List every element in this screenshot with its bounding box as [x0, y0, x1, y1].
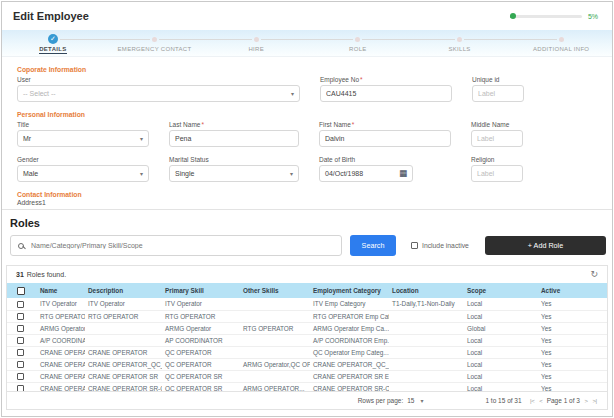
religion-input[interactable] — [471, 165, 523, 182]
gender-select[interactable]: Male ▾ — [17, 165, 149, 182]
progress-track — [510, 15, 582, 18]
cell-active: Yes — [538, 310, 607, 322]
table-row[interactable]: ARMG OperatorARMG OperatorRTG OPERATORAR… — [7, 322, 607, 334]
first-name-input[interactable] — [319, 130, 451, 147]
rows-per-page-select[interactable]: Rows per page: 15 ▾ — [358, 397, 424, 404]
cell-description: CRANE OPERATOR SR — [85, 370, 162, 382]
step-connector — [159, 39, 205, 40]
pager-first-button[interactable]: |< — [530, 398, 534, 404]
date-of-birth-value: 04/Oct/1988 — [325, 170, 363, 177]
cell-name: CRANE OPERATOR... — [37, 370, 85, 382]
refresh-icon[interactable]: ↻ — [590, 270, 598, 279]
cell-employment-category: QC Operator Emp Categ... — [310, 346, 389, 358]
cell-other-skills — [240, 334, 310, 346]
cell-location — [389, 310, 464, 322]
table-row[interactable]: CRANE OPERATORCRANE OPERATORQC OPERATORQ… — [7, 346, 607, 358]
table-row[interactable]: CRANE OPERATOR...CRANE OPERATOR SRQC OPE… — [7, 370, 607, 382]
gender-select-value: Male — [23, 170, 38, 177]
date-of-birth-label: Date of Birth — [319, 156, 451, 163]
roles-found-bar: 31 Roles found. ↻ — [7, 266, 607, 283]
cell-other-skills — [240, 310, 310, 322]
cell-active: Yes — [538, 370, 607, 382]
last-name-label: Last Name* — [169, 121, 299, 128]
stepper-step-skills[interactable]: SKILLS — [409, 30, 511, 56]
select-all-checkbox[interactable] — [17, 287, 25, 295]
middle-name-label: Middle Name — [471, 121, 523, 128]
last-name-input[interactable] — [169, 130, 299, 147]
calendar-icon[interactable]: ▦ — [399, 169, 407, 178]
cell-scope: Local — [464, 298, 538, 310]
stepper-step-details[interactable]: ✓DETAILS — [2, 30, 104, 56]
row-checkbox[interactable] — [17, 349, 24, 356]
chevron-down-icon: ▾ — [290, 171, 293, 177]
step-connector — [362, 39, 408, 40]
roles-found-count: 31 — [16, 271, 24, 278]
section-title-personal: Personal Information — [17, 111, 598, 118]
cell-employment-category: ARMG Operator Emp Ca... — [310, 322, 389, 334]
include-inactive-checkbox[interactable] — [411, 242, 418, 249]
step-connector — [566, 39, 612, 40]
user-select-value: -- Select -- — [23, 90, 56, 97]
unique-id-input[interactable] — [472, 85, 524, 102]
row-checkbox[interactable] — [17, 361, 24, 368]
search-input[interactable] — [29, 241, 334, 250]
cell-active: Yes — [538, 358, 607, 370]
date-of-birth-input[interactable]: 04/Oct/1988 ▦ — [319, 165, 413, 182]
cell-description: ITV Operator — [85, 298, 162, 310]
table-footer: Rows per page: 15 ▾ 1 to 15 of 31 |< < P… — [7, 391, 607, 409]
column-header-name: Name — [37, 283, 85, 298]
table-row[interactable]: CRANE OPERATOR...CRANE OPERATOR SR-O...Q… — [7, 382, 607, 391]
add-role-button[interactable]: + Add Role — [485, 236, 606, 255]
cell-description — [85, 322, 162, 334]
chevron-down-icon: ▾ — [140, 136, 143, 142]
employee-no-input[interactable] — [320, 85, 452, 102]
row-checkbox[interactable] — [17, 313, 24, 320]
user-label: User — [17, 76, 300, 83]
roles-found-text: Roles found. — [27, 271, 66, 278]
progress-bar: 5% — [510, 13, 598, 20]
table-row[interactable]: ITV OperatorITV OperatorITV OperatorITV … — [7, 298, 607, 310]
middle-name-input[interactable] — [471, 130, 523, 147]
stepper-step-role[interactable]: ROLE — [307, 30, 409, 56]
page-text: Page 1 of 3 — [547, 397, 580, 404]
cell-active: Yes — [538, 334, 607, 346]
row-checkbox[interactable] — [17, 325, 24, 332]
stepper-step-additional-info[interactable]: ADDITIONAL INFO — [510, 30, 612, 56]
table-row[interactable]: A/P COORDINATORAP COORDINATORA/P COORDIN… — [7, 334, 607, 346]
employee-no-label: Employee No* — [320, 76, 452, 83]
include-inactive-toggle[interactable]: Include inactive — [411, 242, 469, 249]
table-row[interactable]: RTG OPERATORRTG OPERATORRTG OPERATORRTG … — [7, 310, 607, 322]
step-label: EMERGENCY CONTACT — [118, 46, 192, 52]
top-header: Edit Employee 5% — [2, 2, 612, 30]
title-select[interactable]: Mr ▾ — [17, 130, 149, 147]
column-header-active: Active — [538, 283, 607, 298]
roles-search-row: Search Include inactive + Add Role — [10, 235, 606, 256]
stepper-step-emergency-contact[interactable]: EMERGENCY CONTACT — [104, 30, 206, 56]
user-select[interactable]: -- Select -- ▾ — [17, 85, 300, 102]
pager-prev-button[interactable]: < — [539, 398, 542, 404]
column-header-other-skills: Other Skills — [240, 283, 310, 298]
row-checkbox[interactable] — [17, 337, 24, 344]
rows-per-page-value: 15 — [407, 397, 414, 404]
stepper-step-hire[interactable]: HIRE — [205, 30, 307, 56]
cell-other-skills — [240, 298, 310, 310]
search-icon — [18, 243, 24, 249]
pager-next-button[interactable]: > — [584, 398, 587, 404]
marital-status-select[interactable]: Single ▾ — [169, 165, 299, 182]
include-inactive-label: Include inactive — [422, 242, 469, 249]
row-checkbox[interactable] — [17, 301, 24, 308]
progress-dot — [510, 13, 516, 19]
row-checkbox[interactable] — [17, 373, 24, 380]
cell-active: Yes — [538, 322, 607, 334]
step-label: SKILLS — [448, 46, 470, 52]
cell-other-skills: ARMG OPERATOR... — [240, 382, 310, 391]
cell-employment-category: CRANE OPERATOR_QC_... — [310, 358, 389, 370]
roles-table: NameDescriptionPrimary SkillOther Skills… — [7, 283, 607, 391]
search-button[interactable]: Search — [350, 235, 396, 256]
table-row[interactable]: CRANE OPERATOR...CRANE OPERATOR_QC_...QC… — [7, 358, 607, 370]
pager-last-button[interactable]: >| — [592, 398, 596, 404]
row-checkbox[interactable] — [17, 385, 24, 391]
step-label: HIRE — [248, 46, 264, 52]
step-dot-icon — [559, 37, 564, 42]
step-label: DETAILS — [39, 46, 66, 54]
